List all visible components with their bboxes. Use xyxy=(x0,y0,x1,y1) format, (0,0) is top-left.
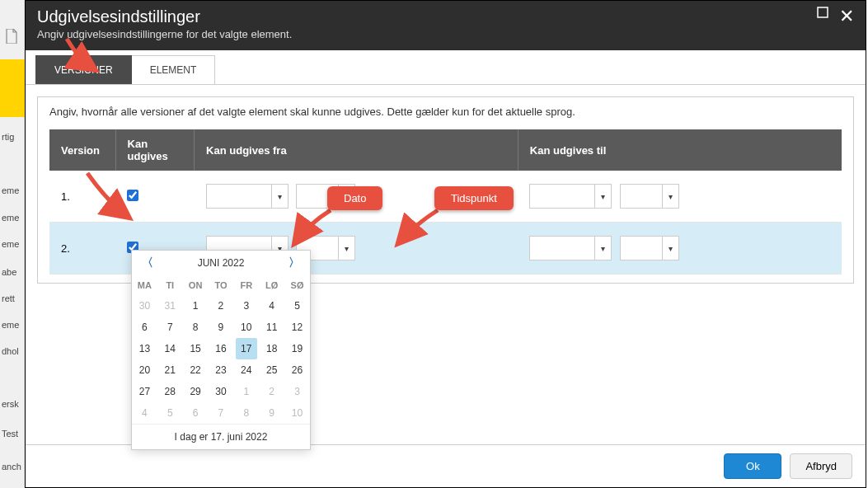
calendar-day[interactable]: 4 xyxy=(259,295,284,317)
calendar-day[interactable]: 10 xyxy=(233,317,259,338)
callout-arrow-dato xyxy=(289,207,339,256)
calendar-day[interactable]: 23 xyxy=(209,359,234,381)
dropdown-icon[interactable]: ▾ xyxy=(662,185,678,208)
tab-element[interactable]: ELEMENT xyxy=(132,55,216,84)
calendar-day[interactable]: 2 xyxy=(209,295,234,317)
calendar-day[interactable]: 8 xyxy=(233,402,259,424)
cancel-button[interactable]: Afbryd xyxy=(790,453,852,479)
date-picker: 〈 JUNI 2022 〉 MATIONTOFRLØSØ 30311234567… xyxy=(131,250,311,450)
calendar-day[interactable]: 5 xyxy=(157,402,183,424)
calendar-day[interactable]: 4 xyxy=(132,402,157,424)
dialog-footer: Ok Afbryd xyxy=(26,444,866,487)
header-publish: Kan udgives xyxy=(115,129,195,171)
calendar-day[interactable]: 25 xyxy=(259,359,284,381)
calendar-day[interactable]: 8 xyxy=(183,317,209,338)
calendar-day[interactable]: 1 xyxy=(233,381,259,402)
calendar-day[interactable]: 26 xyxy=(284,359,310,381)
sidebar-item: eme xyxy=(2,185,23,195)
dropdown-icon[interactable]: ▾ xyxy=(338,237,354,260)
calendar-day[interactable]: 7 xyxy=(157,317,183,338)
calendar-day[interactable]: 16 xyxy=(209,338,234,359)
calendar-day[interactable]: 12 xyxy=(284,317,310,338)
calendar-day[interactable]: 28 xyxy=(157,381,183,402)
dow-label: ON xyxy=(183,275,209,295)
calendar-day[interactable]: 15 xyxy=(183,338,209,359)
sidebar-item: eme xyxy=(2,320,23,330)
to-time-combo[interactable]: ▾ xyxy=(620,236,679,260)
sidebar-item: anch xyxy=(2,462,23,472)
callout-dato: Dato xyxy=(327,186,382,210)
dow-label: TI xyxy=(157,275,183,295)
to-date-combo[interactable]: ▾ xyxy=(529,184,612,209)
tab-strip: VERSIONER ELEMENT xyxy=(26,55,866,85)
sidebar-item: rtig xyxy=(2,132,23,142)
callout-arrow-tidspunkt xyxy=(393,207,446,256)
next-month-button[interactable]: 〉 xyxy=(289,256,300,270)
calendar-day[interactable]: 2 xyxy=(259,381,284,402)
header-from: Kan udgives fra xyxy=(195,129,518,171)
dow-label: SØ xyxy=(284,275,310,295)
sidebar-item: abe xyxy=(2,267,23,277)
to-date-combo[interactable]: ▾ xyxy=(529,236,612,260)
calendar-day[interactable]: 6 xyxy=(183,402,209,424)
calendar-day[interactable]: 22 xyxy=(183,359,209,381)
calendar-day[interactable]: 3 xyxy=(284,381,310,402)
dow-label: FR xyxy=(233,275,259,295)
cell-version: 2. xyxy=(49,223,115,274)
calendar-day[interactable]: 10 xyxy=(284,402,310,424)
calendar-day[interactable]: 24 xyxy=(233,359,259,381)
month-label[interactable]: JUNI 2022 xyxy=(198,257,245,269)
header-to: Kan udgives til xyxy=(518,129,842,171)
calendar-day[interactable]: 7 xyxy=(209,402,234,424)
today-label[interactable]: I dag er 17. juni 2022 xyxy=(132,424,310,449)
calendar-day[interactable]: 20 xyxy=(132,359,157,381)
sidebar-item: ersk xyxy=(2,399,23,409)
close-button[interactable]: ✕ xyxy=(839,6,854,27)
callout-tidspunkt: Tidspunkt xyxy=(434,186,514,210)
calendar-day[interactable]: 1 xyxy=(183,295,209,317)
calendar-day[interactable]: 17 xyxy=(233,338,259,359)
calendar-day[interactable]: 5 xyxy=(284,295,310,317)
calendar-day[interactable]: 14 xyxy=(157,338,183,359)
dropdown-icon[interactable]: ▾ xyxy=(271,185,288,208)
to-time-combo[interactable]: ▾ xyxy=(620,184,679,209)
dropdown-icon[interactable]: ▾ xyxy=(594,185,611,208)
dialog-titlebar: Udgivelsesindstillinger Angiv udgivelses… xyxy=(26,1,866,50)
annotation-arrow-tab xyxy=(63,35,105,77)
calendar-day[interactable]: 3 xyxy=(233,295,259,317)
sidebar-item: eme xyxy=(2,213,23,223)
dialog-subtitle: Angiv udgivelsesindstillingerne for det … xyxy=(37,28,854,40)
svg-rect-0 xyxy=(818,7,828,17)
prev-month-button[interactable]: 〈 xyxy=(142,256,153,270)
sidebar-item: eme xyxy=(2,239,23,249)
calendar-day[interactable]: 9 xyxy=(259,402,284,424)
calendar-day[interactable]: 30 xyxy=(209,381,234,402)
maximize-button[interactable] xyxy=(816,6,829,23)
from-date-combo[interactable]: ▾ xyxy=(206,184,289,209)
dow-label: LØ xyxy=(259,275,284,295)
sidebar-item: Test xyxy=(2,429,23,439)
publish-settings-dialog: Udgivelsesindstillinger Angiv udgivelses… xyxy=(25,0,866,488)
calendar-day[interactable]: 19 xyxy=(284,338,310,359)
calendar-day[interactable]: 6 xyxy=(132,317,157,338)
calendar-day[interactable]: 11 xyxy=(259,317,284,338)
calendar-day[interactable]: 31 xyxy=(157,295,183,317)
calendar-day[interactable]: 13 xyxy=(132,338,157,359)
dow-label: TO xyxy=(209,275,234,295)
calendar-day[interactable]: 27 xyxy=(132,381,157,402)
calendar-day[interactable]: 29 xyxy=(183,381,209,402)
dropdown-icon[interactable]: ▾ xyxy=(594,237,611,260)
dropdown-icon[interactable]: ▾ xyxy=(662,237,678,260)
dialog-title: Udgivelsesindstillinger xyxy=(37,7,854,26)
header-version: Version xyxy=(49,129,115,171)
calendar-day[interactable]: 9 xyxy=(209,317,234,338)
calendar-day[interactable]: 30 xyxy=(132,295,157,317)
calendar-grid: MATIONTOFRLØSØ 3031123456789101112131415… xyxy=(132,275,310,424)
calendar-day[interactable]: 21 xyxy=(157,359,183,381)
tab-description: Angiv, hvornår alle versioner af det val… xyxy=(49,106,842,118)
document-icon xyxy=(5,29,19,46)
sidebar-item: dhol xyxy=(2,346,23,356)
ok-button[interactable]: Ok xyxy=(724,453,781,479)
annotation-arrow-checkbox xyxy=(82,168,140,226)
calendar-day[interactable]: 18 xyxy=(259,338,284,359)
